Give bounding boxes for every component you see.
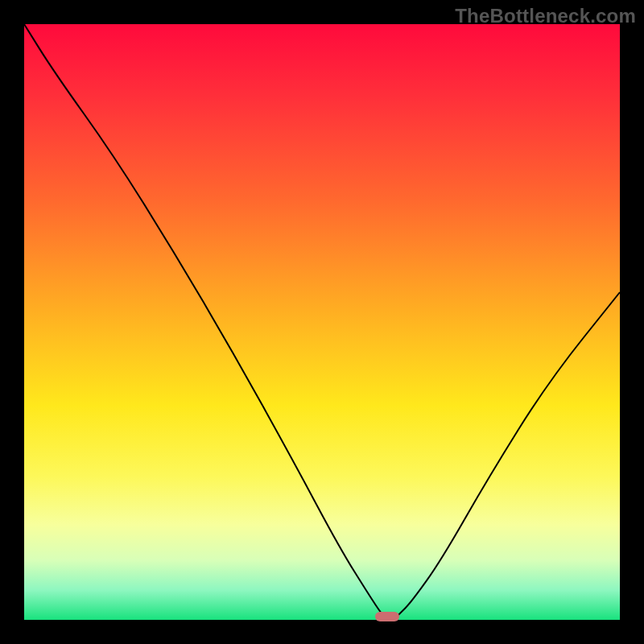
plot-area <box>24 24 620 620</box>
chart-container: TheBottleneck.com <box>0 0 644 644</box>
curve-path <box>24 24 620 620</box>
bottleneck-curve <box>24 24 620 620</box>
optimal-marker <box>375 612 399 621</box>
